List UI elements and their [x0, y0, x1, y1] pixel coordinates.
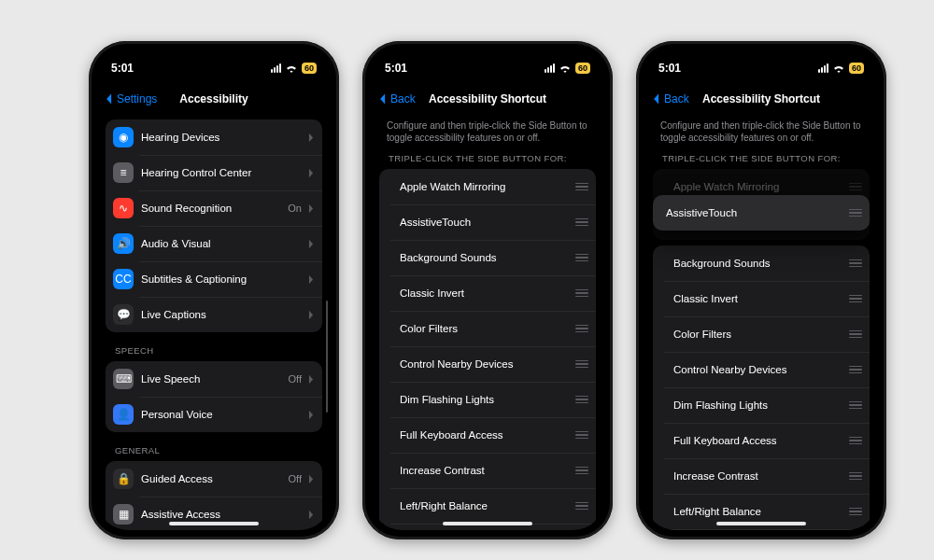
- cc-icon: CC: [113, 269, 134, 289]
- chevron-right-icon: [307, 133, 315, 143]
- reorder-handle-icon[interactable]: [575, 289, 588, 298]
- item-label: Background Sounds: [387, 252, 570, 263]
- person-icon: 👤: [113, 404, 134, 425]
- item-label: Background Sounds: [660, 258, 843, 269]
- dynamic-island: [725, 57, 798, 77]
- list-item[interactable]: Dim Flashing Lights: [379, 382, 596, 417]
- wave-icon: ∿: [113, 198, 134, 218]
- reorder-handle-icon[interactable]: [849, 295, 862, 303]
- reorder-handle-icon[interactable]: [849, 209, 862, 217]
- list-item[interactable]: Live Captions: [653, 529, 870, 530]
- clock: 5:01: [658, 62, 681, 75]
- home-indicator[interactable]: [443, 522, 532, 525]
- row-label: Subtitles & Captioning: [141, 273, 302, 285]
- item-label: Dim Flashing Lights: [660, 399, 843, 411]
- settings-row[interactable]: ∿Sound RecognitionOn: [106, 190, 322, 226]
- reorder-handle-icon[interactable]: [575, 325, 588, 333]
- reorder-handle-icon[interactable]: [849, 259, 862, 268]
- list-item[interactable]: Classic Invert: [653, 281, 870, 316]
- phone-accessibility: 5:01 60 Settings Accessibility ◉Hearing …: [89, 41, 339, 539]
- reorder-handle-icon[interactable]: [575, 431, 588, 440]
- chevron-right-icon: [307, 510, 315, 520]
- reorder-handle-icon[interactable]: [849, 437, 862, 445]
- list-item[interactable]: Background Sounds: [653, 245, 870, 281]
- row-label: Live Speech: [141, 373, 283, 385]
- settings-row[interactable]: CCSubtitles & Captioning: [106, 261, 322, 297]
- reorder-handle-icon[interactable]: [849, 401, 862, 410]
- chevron-right-icon: [307, 168, 315, 178]
- list-item[interactable]: Background Sounds: [379, 240, 596, 275]
- settings-list: ◉Hearing Devices≡Hearing Control Center∿…: [98, 114, 330, 530]
- settings-row[interactable]: ⌨Live SpeechOff: [106, 361, 322, 397]
- item-label: Classic Invert: [387, 287, 570, 299]
- reorder-handle-icon[interactable]: [849, 472, 862, 481]
- list-item[interactable]: AssistiveTouch: [379, 204, 596, 240]
- dynamic-island: [177, 57, 250, 77]
- list-item[interactable]: Classic Invert: [379, 275, 596, 311]
- list-item[interactable]: Apple Watch Mirroring: [379, 169, 596, 204]
- settings-row[interactable]: 🔊Audio & Visual: [106, 226, 322, 261]
- list-item[interactable]: Full Keyboard Access: [653, 423, 870, 458]
- item-label: Full Keyboard Access: [660, 435, 843, 446]
- sliders-icon: ≡: [113, 162, 134, 183]
- reorder-handle-icon[interactable]: [575, 467, 588, 475]
- reorder-handle-icon[interactable]: [849, 366, 862, 374]
- reorder-handle-icon[interactable]: [849, 183, 862, 191]
- chevron-right-icon: [307, 239, 315, 249]
- settings-row[interactable]: ≡Hearing Control Center: [106, 155, 322, 190]
- row-label: Hearing Devices: [141, 132, 302, 143]
- list-item[interactable]: Left/Right Balance: [379, 488, 596, 524]
- list-item[interactable]: Increase Contrast: [653, 458, 870, 494]
- settings-row[interactable]: 💬Live Captions: [106, 297, 322, 332]
- reorder-handle-icon[interactable]: [849, 330, 862, 339]
- back-label: Back: [390, 92, 416, 105]
- item-label: Control Nearby Devices: [660, 364, 843, 375]
- reorder-handle-icon[interactable]: [575, 254, 588, 262]
- item-label: Apple Watch Mirroring: [387, 181, 570, 192]
- list-item[interactable]: Increase Contrast: [379, 453, 596, 488]
- list-item[interactable]: Control Nearby Devices: [379, 346, 596, 382]
- chevron-right-icon: [307, 410, 315, 420]
- phone-shortcut-reorder: 5:01 60 Back Accessibility Shortcut Conf…: [636, 41, 886, 539]
- cellular-icon: [818, 63, 828, 73]
- list-item[interactable]: Color Filters: [379, 311, 596, 346]
- nav-bar: Back Accessibility Shortcut: [372, 84, 603, 114]
- config-hint: Configure and then triple-click the Side…: [387, 119, 588, 144]
- back-button[interactable]: Settings: [104, 92, 157, 105]
- page-title: Accessibility Shortcut: [429, 92, 546, 105]
- settings-row[interactable]: ◉Hearing Devices: [106, 119, 322, 155]
- dragging-row[interactable]: AssistiveTouch: [653, 195, 870, 231]
- row-label: Personal Voice: [141, 409, 302, 420]
- reorder-handle-icon[interactable]: [575, 360, 588, 369]
- home-indicator[interactable]: [169, 522, 259, 525]
- section-header-speech: SPEECH: [115, 345, 330, 356]
- chevron-right-icon: [307, 274, 315, 285]
- keyboard-icon: ⌨: [113, 369, 134, 389]
- back-button[interactable]: Back: [651, 92, 689, 105]
- list-item[interactable]: Full Keyboard Access: [379, 417, 596, 453]
- row-label: Sound Recognition: [141, 203, 282, 214]
- reorder-handle-icon[interactable]: [575, 218, 588, 227]
- reorder-handle-icon[interactable]: [849, 508, 862, 516]
- lock-icon: 🔒: [113, 469, 134, 489]
- back-button[interactable]: Back: [377, 92, 416, 105]
- row-value: Off: [289, 373, 302, 385]
- reorder-handle-icon[interactable]: [575, 502, 588, 511]
- reorder-handle-icon[interactable]: [575, 183, 588, 191]
- list-item[interactable]: Control Nearby Devices: [653, 352, 870, 387]
- nav-bar: Settings Accessibility: [98, 84, 330, 114]
- item-label: Increase Contrast: [387, 465, 570, 476]
- cellular-icon: [271, 63, 281, 73]
- list-item[interactable]: Color Filters: [653, 316, 870, 352]
- section-header-general: GENERAL: [115, 445, 330, 455]
- row-value: On: [288, 203, 302, 214]
- list-item[interactable]: Dim Flashing Lights: [653, 387, 870, 423]
- item-label: Color Filters: [660, 329, 843, 340]
- wifi-icon: [559, 63, 572, 73]
- settings-row[interactable]: 🔒Guided AccessOff: [106, 461, 322, 497]
- settings-row[interactable]: 👤Personal Voice: [106, 397, 322, 432]
- reorder-handle-icon[interactable]: [575, 396, 588, 404]
- phone-shortcut-list: 5:01 60 Back Accessibility Shortcut Conf…: [362, 41, 613, 539]
- home-indicator[interactable]: [716, 522, 806, 525]
- section-header-tripleclick: TRIPLE-CLICK THE SIDE BUTTON FOR:: [662, 153, 877, 163]
